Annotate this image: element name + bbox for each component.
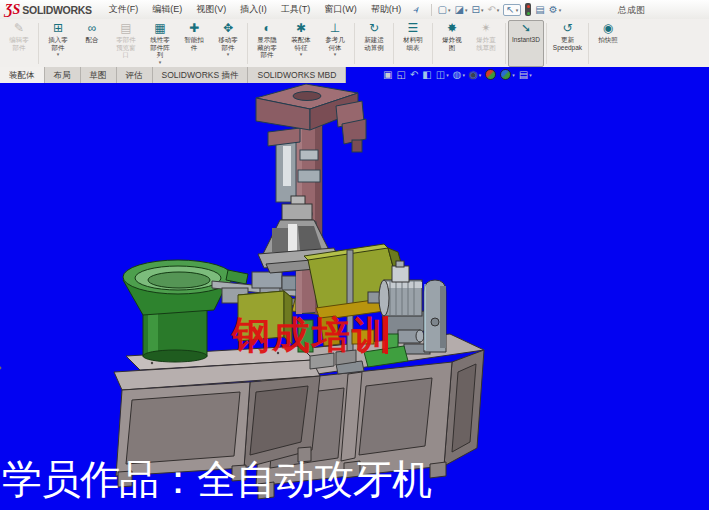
- smart-fasteners-icon: ✚: [189, 22, 199, 36]
- chevron-down-icon[interactable]: ▾: [300, 51, 303, 57]
- save-button[interactable]: ◪ ▾: [455, 5, 468, 15]
- chevron-down-icon[interactable]: ▾: [227, 51, 230, 57]
- rebuild-traffic-light-icon: [525, 3, 531, 16]
- linear-pattern-icon: ▦: [154, 22, 165, 36]
- hide-show-eye-icon: ◉: [469, 69, 478, 80]
- new-document-icon: ▢: [438, 5, 447, 15]
- chevron-down-icon[interactable]: ▾: [159, 59, 162, 65]
- toolbar-update-speedpak[interactable]: ↺ 更新 Speedpak: [549, 20, 586, 67]
- menu-view[interactable]: 视图(V): [189, 0, 233, 19]
- select-tool-button[interactable]: ↖ ▾: [503, 4, 521, 16]
- toolbar-separator: [38, 23, 39, 64]
- tab-assembly[interactable]: 装配体: [0, 67, 45, 83]
- view-settings-icon: ▤: [519, 69, 528, 80]
- chevron-down-icon[interactable]: ▾: [516, 7, 519, 13]
- pin-menu-icon[interactable]: ➢: [409, 3, 423, 16]
- toolbar-separator: [546, 23, 547, 64]
- rebuild-button[interactable]: [525, 3, 531, 16]
- chevron-down-icon[interactable]: ▾: [512, 72, 515, 78]
- toolbar-component-preview-window[interactable]: ▤ 零部件 预览窗 口: [109, 20, 143, 67]
- chevron-down-icon[interactable]: ▾: [497, 7, 500, 13]
- zoom-area-button[interactable]: ◱: [396, 69, 405, 80]
- toolbar-show-hidden-components[interactable]: ◐ 显示隐 藏的零 部件: [250, 20, 284, 67]
- section-view-icon: ◧: [422, 69, 431, 80]
- chevron-down-icon[interactable]: ▾: [465, 7, 468, 13]
- training-watermark: 钢成培训: [232, 310, 392, 361]
- update-speedpak-icon: ↺: [562, 22, 572, 36]
- toolbar-take-snapshot[interactable]: ◉ 拍快照: [591, 20, 625, 67]
- tab-solidworks-mbd[interactable]: SOLIDWORKS MBD: [248, 67, 346, 83]
- component-preview-icon: ▤: [120, 22, 131, 36]
- zoom-area-icon: ◱: [396, 69, 405, 80]
- tab-layout[interactable]: 布局: [45, 67, 81, 83]
- chevron-down-icon[interactable]: ▾: [529, 72, 532, 78]
- toolbar-mate[interactable]: ∞ 配合: [75, 20, 109, 67]
- document-title: 总成图: [618, 4, 645, 17]
- chevron-down-icon[interactable]: ▾: [481, 7, 484, 13]
- previous-view-icon: ↶: [410, 69, 418, 80]
- toolbar-new-motion-study[interactable]: ↻ 新建运 动算例: [357, 20, 391, 67]
- edit-appearance-button[interactable]: [485, 69, 496, 80]
- tab-solidworks-addins[interactable]: SOLIDWORKS 插件: [153, 67, 249, 83]
- toolbar-move-component[interactable]: ✥ 移动零 部件 ▾: [211, 20, 245, 67]
- student-work-caption: 学员作品：全自动攻牙机: [2, 452, 431, 507]
- zoom-fit-button[interactable]: ▣: [383, 69, 392, 80]
- toolbar-separator: [431, 4, 432, 16]
- display-style-button[interactable]: ◍ ▾: [453, 69, 465, 80]
- chevron-down-icon[interactable]: ▾: [448, 7, 451, 13]
- undo-button[interactable]: ↶ ▾: [487, 5, 499, 15]
- chevron-down-icon[interactable]: ▾: [446, 72, 449, 78]
- options-button[interactable]: ⚙ ▾: [549, 5, 561, 15]
- toolbar-edit-component[interactable]: ✎ 编辑零 部件: [2, 20, 36, 67]
- menu-edit[interactable]: 编辑(E): [145, 0, 189, 19]
- command-manager: ✎ 编辑零 部件 ⊞ 插入零 部件 ▾ ∞ 配合 ▤ 零部件 预览窗 口 ▦ 线…: [0, 19, 709, 68]
- snapshot-camera-icon: ◉: [603, 22, 613, 36]
- previous-view-button[interactable]: ↶: [410, 69, 418, 80]
- toolbar-reference-geometry[interactable]: ⊥ 参考几 何体 ▾: [318, 20, 352, 67]
- assembly-features-icon: ✱: [296, 22, 306, 36]
- chevron-down-icon[interactable]: ▾: [559, 7, 562, 13]
- toolbar-exploded-view[interactable]: ✸ 爆炸视 图: [435, 20, 469, 67]
- toolbar-bill-of-materials[interactable]: ☰ 材料明 细表: [396, 20, 430, 67]
- print-button[interactable]: ⊟ ▾: [472, 5, 484, 15]
- chevron-down-icon[interactable]: ▾: [57, 51, 60, 57]
- section-view-button[interactable]: ◧: [422, 69, 431, 80]
- toolbar-smart-fasteners[interactable]: ✚ 智能扣 件: [177, 20, 211, 67]
- toolbar-separator: [354, 23, 355, 64]
- toolbar-assembly-features[interactable]: ✱ 装配体 特征 ▾: [284, 20, 318, 67]
- new-document-button[interactable]: ▢ ▾: [438, 5, 451, 15]
- menu-bar: ƷS SOLIDWORKS 文件(F) 编辑(E) 视图(V) 插入(I) 工具…: [0, 0, 709, 20]
- solidworks-logo-text: SOLIDWORKS: [22, 4, 91, 16]
- toolbar-insert-component[interactable]: ⊞ 插入零 部件 ▾: [41, 20, 75, 67]
- explode-line-sketch-icon: ✴: [481, 22, 491, 36]
- menu-insert[interactable]: 插入(I): [233, 0, 274, 19]
- hide-show-items-button[interactable]: ◉ ▾: [469, 69, 481, 80]
- menu-file[interactable]: 文件(F): [102, 0, 146, 19]
- toolbar-separator: [432, 23, 433, 64]
- toolbar-separator: [247, 23, 248, 64]
- show-hidden-icon: ◐: [263, 22, 270, 36]
- heads-up-view-toolbar: ▣ ◱ ↶ ◧ ◫ ▾ ◍ ▾ ◉ ▾: [383, 69, 532, 80]
- toolbar-instant3d[interactable]: ➘ Instant3D: [508, 20, 544, 67]
- bowl-feeder[interactable]: [123, 260, 248, 362]
- bill-of-materials-button[interactable]: ▤: [535, 5, 544, 15]
- menu-tools[interactable]: 工具(T): [274, 0, 318, 19]
- chevron-down-icon[interactable]: ▾: [462, 72, 465, 78]
- apply-scene-button[interactable]: ▾: [500, 69, 515, 80]
- toolbar-explode-line-sketch[interactable]: ✴ 爆炸直 线草图: [469, 20, 503, 67]
- menu-help[interactable]: 帮助(H): [364, 0, 409, 19]
- solidworks-window: ƷS SOLIDWORKS 文件(F) 编辑(E) 视图(V) 插入(I) 工具…: [0, 0, 709, 510]
- save-icon: ◪: [455, 5, 464, 15]
- toolbar-linear-component-pattern[interactable]: ▦ 线性零 部件阵 列 ▾: [143, 20, 177, 67]
- menu-window[interactable]: 窗口(W): [317, 0, 364, 19]
- chevron-down-icon[interactable]: ▾: [479, 72, 482, 78]
- side-plate[interactable]: [424, 280, 446, 352]
- view-settings-button[interactable]: ▤ ▾: [519, 69, 532, 80]
- tab-sketch[interactable]: 草图: [81, 67, 117, 83]
- chevron-down-icon[interactable]: ▾: [334, 51, 337, 57]
- undo-icon: ↶: [487, 5, 495, 15]
- tab-evaluate[interactable]: 评估: [117, 67, 153, 83]
- view-orientation-button[interactable]: ◫ ▾: [436, 69, 449, 80]
- graphics-viewport[interactable]: ▣ ◱ ↶ ◧ ◫ ▾ ◍ ▾ ◉ ▾: [0, 67, 709, 510]
- reference-geometry-icon: ⊥: [330, 22, 340, 36]
